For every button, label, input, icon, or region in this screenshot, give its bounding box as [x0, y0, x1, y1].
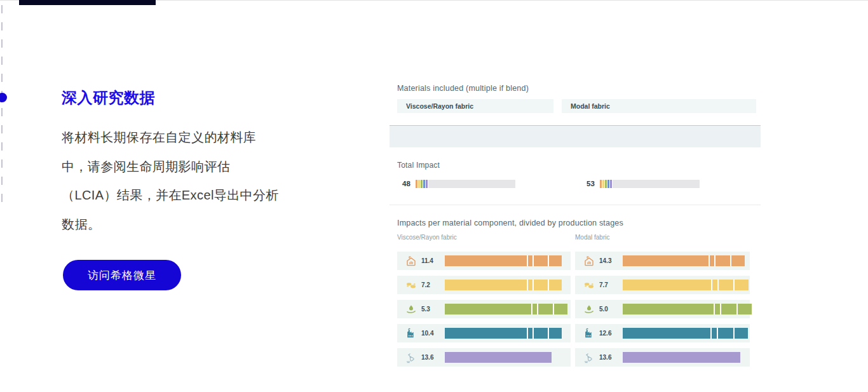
impact-bar: [623, 328, 748, 339]
stripe-chemistry: [426, 180, 428, 188]
impact-bar: [623, 352, 740, 363]
total-impact-value-left: 48: [402, 180, 410, 187]
column-label-modal: Modal fabric: [575, 234, 609, 241]
impacts-per-component-label: Impacts per material component, divided …: [397, 219, 623, 227]
stripe-global-warming: [416, 180, 417, 188]
impact-value: 10.4: [421, 330, 443, 337]
impact-bar: [445, 328, 562, 339]
impact-bar: [445, 352, 552, 363]
tab-viscose-rayon-fabric[interactable]: Viscose/Rayon fabric: [397, 99, 553, 113]
impact-value: 5.0: [599, 306, 621, 313]
fossil-factory-icon: [405, 327, 417, 340]
stripe-eutrophication: [602, 180, 604, 188]
stripe-fossil-fuels: [423, 180, 425, 188]
impact-row-eutrophication-right: 7.7: [575, 276, 750, 294]
materials-included-label: Materials included (multiple if blend): [397, 84, 529, 93]
impact-bar: [623, 280, 749, 290]
impact-value: 7.7: [599, 281, 621, 288]
stripe-global-warming: [600, 180, 602, 188]
impact-value: 14.3: [599, 257, 621, 264]
timeline-dot-icon: [0, 93, 7, 102]
impact-row-water-scarcity-left: 5.3: [397, 300, 571, 318]
clouds-icon: [405, 279, 417, 292]
stripe-water-scarcity: [605, 180, 607, 188]
impact-row-fossil-fuels-right: 12.6: [575, 324, 750, 342]
factory-icon: [583, 255, 595, 267]
impact-bar: [623, 304, 752, 314]
impact-value: 13.6: [599, 354, 621, 361]
impact-row-eutrophication-left: 7.2: [397, 276, 571, 294]
paragraph-line: 中，请参阅生命周期影响评估: [62, 152, 341, 182]
section-divider: [390, 205, 761, 205]
timeline-dashed-line: [1, 5, 3, 206]
water-drop-hand-icon: [405, 303, 417, 316]
column-label-viscose: Viscose/Rayon fabric: [397, 234, 457, 241]
section-heading: 深入研究数据: [62, 88, 155, 108]
impact-bar: [623, 255, 745, 266]
impact-value: 5.3: [421, 306, 443, 313]
impact-value: 12.6: [599, 330, 621, 337]
tab-label: Viscose/Rayon fabric: [406, 102, 473, 110]
paragraph-line: 数据。: [62, 210, 341, 240]
tab-label: Modal fabric: [571, 102, 610, 110]
total-impact-bar-left: [416, 180, 515, 188]
section-paragraph: 将材料长期保存在自定义的材料库 中，请参阅生命周期影响评估 （LCIA）结果，并…: [62, 123, 341, 239]
stripe-eutrophication: [418, 180, 420, 188]
total-impact-bar-right: [600, 180, 700, 188]
impact-row-chemistry-left: 13.6: [397, 348, 571, 367]
toolbar-band: [390, 125, 761, 147]
fossil-factory-icon: [583, 327, 595, 340]
visit-higg-button[interactable]: 访问希格微星: [63, 260, 181, 290]
paragraph-line: （LCIA）结果，并在Excel导出中分析: [62, 181, 341, 210]
impact-row-fossil-fuels-left: 10.4: [397, 324, 571, 342]
impact-bar: [445, 304, 567, 314]
clouds-icon: [583, 279, 595, 292]
stripe-water-scarcity: [421, 180, 423, 188]
stripe-chemistry: [610, 180, 612, 188]
impact-row-global-warming-right: 14.3: [575, 252, 750, 270]
impact-row-water-scarcity-right: 5.0: [575, 300, 750, 318]
impact-row-global-warming-left: 11.4: [397, 252, 571, 270]
impact-row-chemistry-right: 13.6: [575, 348, 750, 367]
bar-track: [613, 180, 700, 188]
flask-icon: [405, 351, 417, 364]
impact-value: 7.2: [421, 281, 443, 288]
total-impact-label: Total Impact: [397, 161, 440, 170]
impact-bar: [445, 255, 562, 266]
flask-icon: [583, 351, 595, 364]
button-label: 访问希格微星: [88, 268, 156, 283]
water-drop-hand-icon: [583, 303, 595, 316]
top-navy-bar: [19, 0, 156, 5]
stripe-fossil-fuels: [607, 180, 609, 188]
paragraph-line: 将材料长期保存在自定义的材料库: [62, 123, 341, 152]
tab-modal-fabric[interactable]: Modal fabric: [562, 99, 756, 113]
bar-track: [428, 180, 515, 188]
total-impact-value-right: 53: [587, 180, 595, 187]
impact-value: 13.6: [421, 354, 443, 361]
impact-bar: [445, 280, 562, 290]
impact-value: 11.4: [421, 257, 443, 264]
factory-icon: [405, 255, 417, 267]
higg-app-screenshot-panel: Materials included (multiple if blend) V…: [390, 79, 761, 373]
